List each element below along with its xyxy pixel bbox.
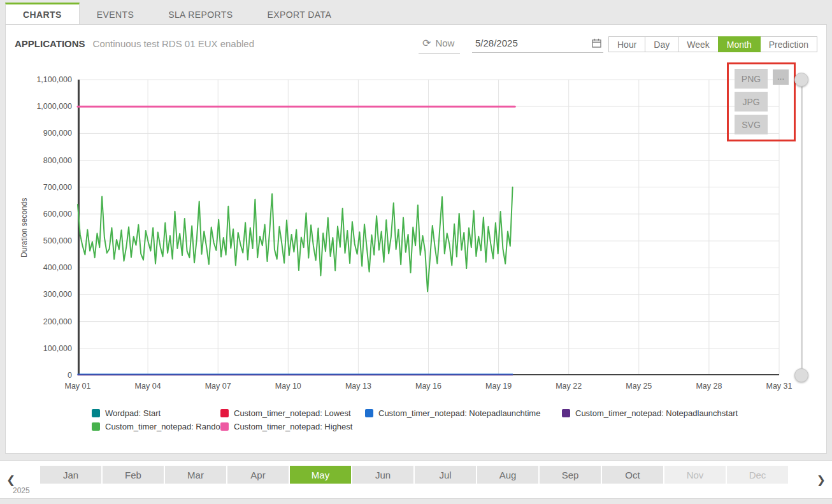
legend-swatch-custom-timer-notepad-lowest [220, 409, 229, 417]
y-axis-tick-label: 700,000 [43, 183, 72, 192]
x-axis-tick-label: May 28 [684, 382, 735, 391]
tab-charts[interactable]: CHARTS [5, 3, 80, 24]
legend-swatch-custom-timer-notepad-notepadlaunchtime [365, 409, 373, 417]
month-button-apr[interactable]: Apr [227, 466, 289, 484]
application-subtitle: Continuous test RDS 01 EUX enabled [93, 38, 254, 49]
month-button-may[interactable]: May [290, 466, 351, 484]
tab-events[interactable]: EVENTS [80, 4, 151, 24]
y-axis-tick-label: 100,000 [43, 344, 72, 353]
x-axis-tick-label: May 19 [473, 382, 524, 391]
y-axis-tick-label: 1,000,000 [36, 102, 72, 111]
legend-label: Custom_timer_notepad: Highest [234, 422, 352, 431]
timeline-panel: ❮ JanFebMarAprMayJunJulAugSepOctNovDec 2… [0, 460, 832, 499]
month-button-feb[interactable]: Feb [103, 466, 164, 484]
y-axis-tick-label: 0 [68, 371, 72, 380]
legend-swatch-wordpad-start [92, 409, 100, 417]
export-button-jpg[interactable]: JPG [735, 92, 768, 112]
legend-label: Custom_timer_notepad: Notepadlaunchstart [575, 408, 738, 418]
x-axis-tick-label: May 10 [262, 382, 313, 391]
page-title: APPLICATIONS [15, 38, 85, 49]
y-axis-tick-label: 500,000 [43, 236, 72, 245]
legend-item-custom-timer-notepad-random[interactable]: Custom_timer_notepad: Random [92, 422, 227, 431]
month-bar: JanFebMarAprMayJunJulAugSepOctNovDec [40, 466, 788, 484]
legend-swatch-custom-timer-notepad-notepadlaunchstart [562, 409, 570, 417]
y-axis-tick-label: 1,100,000 [36, 75, 72, 84]
x-axis-tick-label: May 04 [122, 382, 173, 391]
y-axis-tick-label: 400,000 [43, 263, 72, 272]
tab-bar: CHARTSEVENTSSLA REPORTSEXPORT DATA [5, 0, 348, 24]
export-more-button[interactable]: … [773, 69, 789, 85]
range-button-prediction[interactable]: Prediction [760, 36, 817, 52]
zoom-slider-track[interactable] [801, 80, 803, 375]
plot-svg [78, 80, 779, 375]
month-button-mar[interactable]: Mar [165, 466, 226, 484]
legend-item-custom-timer-notepad-notepadlaunchtime[interactable]: Custom_timer_notepad: Notepadlaunchtime [365, 408, 540, 418]
x-axis-tick-label: May 22 [543, 382, 594, 391]
legend-label: Custom_timer_notepad: Random [105, 422, 227, 431]
y-axis-tick-label: 900,000 [43, 129, 72, 138]
month-button-aug[interactable]: Aug [477, 466, 538, 484]
x-axis-tick-label: May 25 [613, 382, 664, 391]
refresh-now-button[interactable]: ⟳ Now [419, 35, 460, 54]
zoom-slider-handle-top[interactable] [794, 73, 808, 87]
month-button-jan[interactable]: Jan [40, 466, 101, 484]
range-button-hour[interactable]: Hour [608, 36, 645, 52]
refresh-now-label: Now [435, 38, 454, 48]
calendar-icon[interactable] [592, 38, 601, 48]
range-button-week[interactable]: Week [678, 36, 719, 52]
y-axis-tick-label: 600,000 [43, 210, 72, 219]
chart-header: APPLICATIONS Continuous test RDS 01 EUX … [15, 38, 254, 49]
legend-item-wordpad-start[interactable]: Wordpad: Start [92, 408, 161, 418]
month-button-jun[interactable]: Jun [352, 466, 413, 484]
x-axis-tick-label: May 31 [754, 382, 805, 391]
legend-item-custom-timer-notepad-notepadlaunchstart[interactable]: Custom_timer_notepad: Notepadlaunchstart [562, 408, 738, 418]
export-button-svg[interactable]: SVG [735, 115, 768, 134]
range-button-month[interactable]: Month [718, 36, 761, 52]
y-axis-tick-label: 800,000 [43, 156, 72, 165]
charts-panel: APPLICATIONS Continuous test RDS 01 EUX … [5, 24, 827, 454]
month-button-jul[interactable]: Jul [415, 466, 476, 484]
x-axis-tick-label: May 13 [333, 382, 384, 391]
export-annotation-box: … PNGJPGSVG [727, 62, 796, 141]
chart-plot [78, 80, 779, 375]
legend-label: Custom_timer_notepad: Lowest [234, 408, 351, 418]
date-value: 5/28/2025 [475, 38, 518, 48]
month-button-oct[interactable]: Oct [602, 466, 663, 484]
legend-item-custom-timer-notepad-highest[interactable]: Custom_timer_notepad: Highest [220, 422, 352, 431]
x-axis-tick-label: May 01 [52, 382, 103, 391]
x-axis-tick-label: May 16 [403, 382, 454, 391]
y-axis-tick-label: 300,000 [43, 290, 72, 299]
zoom-slider-handle-bottom[interactable] [794, 368, 808, 382]
legend-label: Custom_timer_notepad: Notepadlaunchtime [378, 408, 540, 418]
y-axis-labels: 1,100,0001,000,000900,000800,000700,0006… [6, 80, 72, 375]
x-axis-tick-label: May 07 [192, 382, 243, 391]
tab-sla-reports[interactable]: SLA REPORTS [151, 4, 250, 24]
month-button-dec: Dec [727, 466, 788, 484]
month-button-sep[interactable]: Sep [540, 466, 601, 484]
date-picker-input[interactable]: 5/28/2025 [472, 35, 603, 53]
month-button-nov: Nov [664, 466, 726, 484]
chevron-right-icon[interactable]: ❯ [814, 472, 828, 488]
legend-swatch-custom-timer-notepad-highest [220, 422, 229, 431]
tab-export-data[interactable]: EXPORT DATA [250, 4, 349, 24]
refresh-icon: ⟳ [422, 37, 431, 49]
y-axis-tick-label: 200,000 [43, 317, 72, 326]
export-button-png[interactable]: PNG [735, 69, 768, 89]
x-axis-labels: May 01May 04May 07May 10May 13May 16May … [78, 382, 779, 392]
legend-swatch-custom-timer-notepad-random [92, 422, 100, 431]
range-button-group: HourDayWeekMonthPrediction [609, 36, 817, 52]
range-button-day[interactable]: Day [645, 36, 678, 52]
legend-label: Wordpad: Start [105, 408, 161, 418]
legend-item-custom-timer-notepad-lowest[interactable]: Custom_timer_notepad: Lowest [220, 408, 351, 418]
timeline-year: 2025 [13, 486, 30, 495]
